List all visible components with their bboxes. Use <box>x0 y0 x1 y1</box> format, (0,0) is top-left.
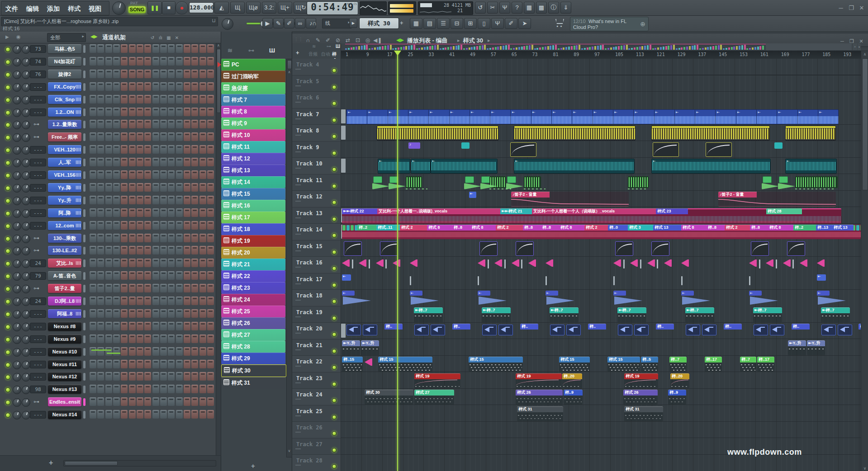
fade-clip[interactable]: ⇤ <box>478 291 510 305</box>
channel-volume-knob[interactable] <box>22 259 30 268</box>
draw-tool-icon[interactable]: ✎ <box>273 18 284 28</box>
track-header[interactable]: Track 17 <box>292 273 341 290</box>
channel-enable-led[interactable] <box>5 186 10 191</box>
channel-volume-knob[interactable] <box>22 71 30 79</box>
track-mute-led[interactable] <box>332 283 337 287</box>
step-button[interactable] <box>184 259 190 267</box>
step-button[interactable] <box>129 234 136 242</box>
track-header[interactable]: Track 27 <box>292 438 341 455</box>
picker-pattern-tab[interactable]: Ш <box>269 47 275 54</box>
channel-pan-knob[interactable] <box>13 133 21 142</box>
channel-target-numbox[interactable]: --- <box>30 373 46 381</box>
step-button[interactable] <box>144 360 151 368</box>
channel-pan-knob[interactable] <box>13 398 21 407</box>
channel-target-numbox[interactable]: 73 <box>30 45 46 53</box>
step-button[interactable] <box>152 322 159 330</box>
step-button[interactable] <box>207 82 214 91</box>
step-button[interactable] <box>90 95 96 104</box>
channel-pan-knob[interactable] <box>13 58 21 66</box>
step-button[interactable] <box>121 132 128 141</box>
download-icon[interactable]: ⇓ <box>560 2 571 14</box>
step-button[interactable] <box>129 385 136 393</box>
track-header[interactable]: Track 14 <box>292 224 341 240</box>
paint-tool-icon[interactable]: ✐ <box>284 18 294 28</box>
clip-label[interactable]: 样..8 <box>707 225 726 231</box>
step-button[interactable] <box>184 410 190 419</box>
channel-volume-knob[interactable] <box>22 310 30 319</box>
channel-enable-led[interactable] <box>5 211 10 216</box>
step-button[interactable] <box>152 221 159 230</box>
channel-pan-knob[interactable] <box>13 386 21 394</box>
step-button[interactable] <box>168 246 175 254</box>
step-button[interactable] <box>105 397 112 406</box>
step-button[interactable] <box>105 221 112 230</box>
clip-label[interactable]: 样式 23 <box>656 208 688 214</box>
channel-rack-icon[interactable]: ☰ <box>437 18 450 29</box>
step-button[interactable] <box>121 183 128 192</box>
picker-audio-tab[interactable]: ≋ <box>228 47 232 54</box>
step-button[interactable] <box>168 132 175 141</box>
countdown-icon[interactable]: 3.2: <box>262 2 276 14</box>
step-button[interactable] <box>199 221 206 230</box>
pattern-clip[interactable]: 样式 19 <box>516 373 562 388</box>
step-button[interactable] <box>160 120 167 128</box>
step-button[interactable] <box>144 259 151 267</box>
audio-clip-yellow[interactable] <box>785 126 836 141</box>
step-button[interactable] <box>137 385 143 393</box>
step-button[interactable] <box>113 246 120 254</box>
mini-clip[interactable]: ⇤ <box>817 274 826 281</box>
clip-label[interactable]: 样式 8 <box>559 225 586 231</box>
automation-clip[interactable] <box>615 241 633 256</box>
step-button[interactable] <box>129 82 136 91</box>
channel-target-numbox[interactable]: --- <box>30 323 46 330</box>
step-button[interactable] <box>121 221 128 230</box>
step-button[interactable] <box>129 132 136 141</box>
pattern-item[interactable]: 样式 8 <box>221 106 285 118</box>
step-button[interactable] <box>90 132 96 141</box>
step-button[interactable] <box>90 334 96 343</box>
step-button[interactable] <box>144 120 151 128</box>
pattern-item[interactable]: 样式 18 <box>221 223 285 235</box>
pattern-item[interactable]: 样式 29 <box>221 353 285 364</box>
pattern-item[interactable]: 样式 19 <box>221 235 285 247</box>
pattern-clip[interactable]: 样.. <box>724 324 742 330</box>
step-button[interactable] <box>152 397 159 406</box>
step-button[interactable] <box>121 397 128 406</box>
step-button[interactable] <box>113 360 120 368</box>
audio-clip-teal[interactable]: ⇤ <box>431 159 498 174</box>
step-button[interactable] <box>199 82 206 91</box>
step-button[interactable] <box>105 297 112 305</box>
step-button[interactable] <box>176 297 183 305</box>
playlist-icon[interactable]: ▦ <box>410 18 422 29</box>
pattern-item[interactable]: 样式 14 <box>221 176 285 188</box>
step-button[interactable] <box>113 284 120 292</box>
clip-label[interactable]: 样..2 <box>793 225 817 231</box>
step-button[interactable] <box>168 297 175 305</box>
step-button[interactable] <box>97 360 104 368</box>
step-button[interactable] <box>207 158 214 166</box>
track-mute-led[interactable] <box>332 415 337 419</box>
arrow-clip[interactable] <box>800 259 806 267</box>
step-button[interactable] <box>129 170 136 179</box>
step-button[interactable] <box>199 132 206 141</box>
channel-pan-knob[interactable] <box>13 222 21 231</box>
arrow-clip[interactable] <box>749 259 755 267</box>
step-button[interactable] <box>176 145 183 154</box>
channel-target-numbox[interactable]: 74 <box>30 58 46 66</box>
channel-mute-strip[interactable] <box>83 146 85 154</box>
channel-volume-knob[interactable] <box>22 386 30 394</box>
channel-enable-led[interactable] <box>5 400 10 405</box>
pattern-item[interactable]: 过门混响军 <box>221 71 285 82</box>
step-button[interactable] <box>113 322 120 330</box>
blend-recording-icon[interactable]: Щ+ <box>278 2 292 14</box>
step-button[interactable] <box>121 234 128 242</box>
pattern-mini-green[interactable] <box>465 176 474 183</box>
step-button[interactable] <box>160 259 167 267</box>
step-button[interactable] <box>152 44 159 53</box>
step-button[interactable] <box>97 95 104 104</box>
automation-clip[interactable] <box>344 241 362 256</box>
rack-hscroll-thumb[interactable] <box>65 461 118 466</box>
step-button[interactable] <box>207 70 214 78</box>
pattern-clip[interactable]: 样..5 <box>641 357 658 372</box>
main-knob[interactable] <box>112 1 126 15</box>
